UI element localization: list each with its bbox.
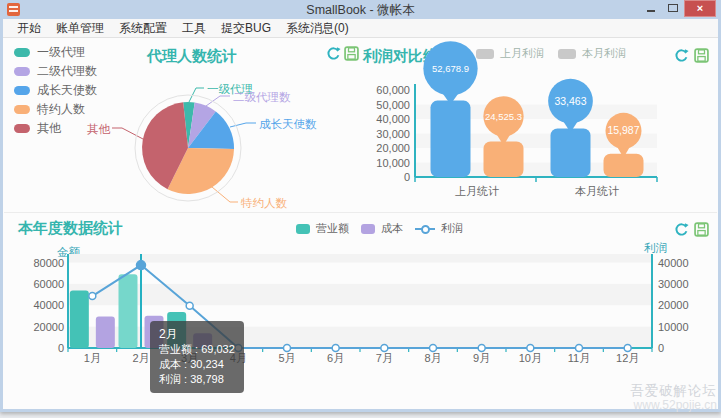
legend-item-profit[interactable]: 利润	[415, 221, 463, 236]
line-point-8月[interactable]	[430, 345, 437, 352]
minimize-button[interactable]	[640, 0, 661, 15]
app-icon	[7, 3, 20, 16]
menu-item-submit-bug[interactable]: 提交BUG	[221, 20, 271, 37]
menu-item-system-messages[interactable]: 系统消息(0)	[286, 20, 349, 37]
x-axis-label: 10月	[519, 352, 542, 364]
right-tick-label: 20000	[658, 299, 689, 311]
menu-item-system-config[interactable]: 系统配置	[119, 20, 167, 37]
menu-bar: 开始 账单管理 系统配置 工具 提交BUG 系统消息(0)	[3, 19, 718, 38]
x-axis-label: 本月统计	[575, 185, 619, 197]
line-legend-icon	[415, 224, 435, 234]
balloon-value: 15,987	[607, 124, 639, 136]
menu-item-bills[interactable]: 账单管理	[56, 20, 104, 37]
grid-band	[68, 254, 652, 263]
x-axis-label: 2月	[132, 352, 149, 364]
line-point-2月[interactable]	[137, 261, 146, 270]
maximize-icon	[668, 4, 678, 12]
legend-item-cost[interactable]: 成本	[361, 221, 403, 236]
balloon-value: 24,525.3	[485, 111, 522, 122]
bar-成本-1月[interactable]	[96, 316, 115, 348]
balloon-value: 33,463	[554, 95, 586, 107]
menu-item-tools[interactable]: 工具	[182, 20, 206, 37]
refresh-icon	[674, 222, 689, 237]
right-tick-label: 40000	[658, 257, 689, 269]
grid-band	[68, 284, 652, 305]
x-axis-label: 7月	[376, 352, 393, 364]
save-button[interactable]	[694, 222, 709, 237]
maximize-button[interactable]	[662, 0, 683, 15]
close-button[interactable]: ×	[684, 0, 716, 17]
pictorial-bar-本月统计[interactable]	[551, 128, 591, 177]
x-axis-label: 9月	[473, 352, 490, 364]
pie-label-special-members: 特约人数	[241, 196, 287, 211]
x-axis-label: 6月	[327, 352, 344, 364]
year-legend: 营业额 成本 利润	[296, 221, 463, 236]
app-window: SmallBook - 微帐本 × 开始 账单管理 系统配置 工具 提交BUG …	[0, 0, 721, 412]
y-tick-label: 60,000	[376, 84, 410, 96]
line-point-10月[interactable]	[527, 345, 534, 352]
line-point-12月[interactable]	[624, 345, 631, 352]
line-point-5月[interactable]	[284, 345, 291, 352]
legend-label: 成本	[381, 221, 403, 236]
x-axis-label: 1月	[84, 352, 101, 364]
bar-营业额-2月[interactable]	[119, 274, 138, 348]
pie-label-growth-angels: 成长天使数	[259, 117, 317, 132]
y-tick-label: 20,000	[376, 142, 410, 154]
y-tick-label: 30,000	[376, 128, 410, 140]
x-axis-label: 8月	[424, 352, 441, 364]
y-tick-label: 40,000	[376, 113, 410, 125]
pie-leader-line	[230, 123, 256, 127]
year-panel-title: 本年度数据统计	[18, 219, 123, 238]
right-tick-label: 30000	[658, 278, 689, 290]
menu-item-start[interactable]: 开始	[17, 20, 41, 37]
line-point-3月[interactable]	[186, 302, 193, 309]
line-point-1月[interactable]	[89, 293, 96, 300]
right-tick-label: 0	[658, 342, 664, 354]
x-axis-label: 12月	[616, 352, 639, 364]
panel-divider	[4, 212, 717, 213]
line-point-7月[interactable]	[381, 345, 388, 352]
legend-marker	[296, 224, 310, 234]
save-icon	[694, 222, 709, 237]
y-tick-label: 50,000	[376, 99, 410, 111]
watermark-forum-name: 吾爱破解论坛	[630, 383, 717, 398]
profit-bar-chart[interactable]: 60,00050,00040,00030,00020,00010,0000上月统…	[360, 38, 717, 212]
minimize-icon	[647, 10, 655, 12]
tooltip-profit-line: 利润 : 38,798	[159, 372, 235, 387]
legend-item-revenue[interactable]: 营业额	[296, 221, 349, 236]
line-point-11月[interactable]	[576, 345, 583, 352]
pictorial-bar-上月统计[interactable]	[431, 101, 471, 177]
balloon-value: 52,678.9	[432, 63, 469, 74]
left-tick-label: 40000	[33, 299, 64, 311]
watermark-url: www.52pojie.cn	[630, 398, 717, 413]
left-tick-label: 0	[58, 342, 64, 354]
window-title: SmallBook - 微帐本	[306, 2, 414, 19]
line-point-9月[interactable]	[478, 345, 485, 352]
pie-label-others: 其他	[66, 122, 110, 137]
tooltip-revenue-line: 营业额 : 69,032	[159, 342, 235, 357]
watermark: 吾爱破解论坛 www.52pojie.cn	[630, 383, 717, 413]
y-tick-label: 10,000	[376, 157, 410, 169]
left-tick-label: 20000	[33, 321, 64, 333]
year-combo-chart[interactable]: 0200004000060000800000100002000030000400…	[4, 238, 717, 374]
refresh-button[interactable]	[674, 222, 689, 237]
right-tick-label: 10000	[658, 321, 689, 333]
pie-leader-line	[212, 187, 238, 202]
bar-营业额-1月[interactable]	[70, 291, 89, 348]
y-tick-label: 0	[404, 171, 410, 183]
line-point-6月[interactable]	[332, 345, 339, 352]
pie-label-level2-agents: 二级代理数	[233, 90, 291, 105]
title-bar[interactable]: SmallBook - 微帐本 ×	[0, 0, 721, 19]
legend-label: 利润	[441, 221, 463, 236]
x-axis-label: 上月统计	[455, 185, 499, 197]
pictorial-bar-上月统计[interactable]	[484, 141, 524, 177]
left-tick-label: 60000	[33, 278, 64, 290]
x-axis-label: 11月	[568, 352, 590, 364]
x-axis-label: 5月	[278, 352, 295, 364]
legend-marker	[361, 224, 375, 234]
tooltip-title: 2月	[159, 326, 235, 342]
chart-tooltip: 2月 营业额 : 69,032 成本 : 30,234 利润 : 38,798	[150, 321, 244, 393]
tooltip-cost-line: 成本 : 30,234	[159, 357, 235, 372]
left-tick-label: 80000	[33, 257, 64, 269]
legend-label: 营业额	[316, 221, 349, 236]
